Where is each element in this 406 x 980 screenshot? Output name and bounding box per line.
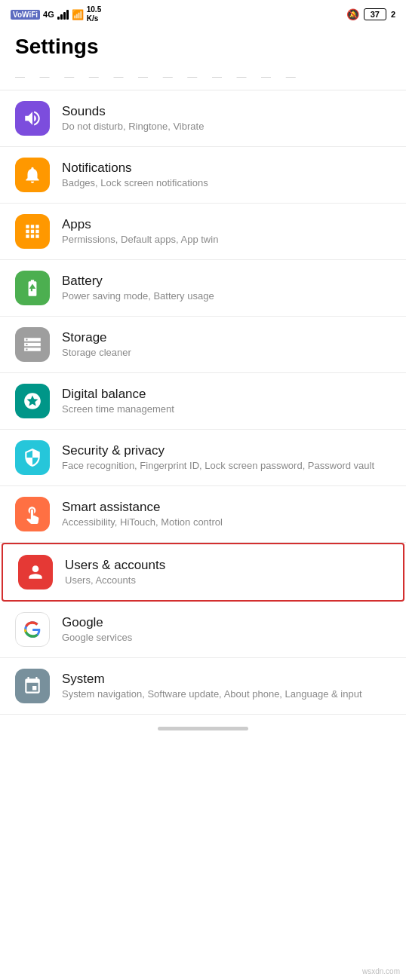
settings-item-sounds[interactable]: Sounds Do not disturb, Ringtone, Vibrate: [0, 90, 406, 147]
status-right: 🔕 37 2: [346, 8, 395, 20]
battery-text: Battery Power saving mode, Battery usage: [62, 274, 391, 303]
storage-icon-wrapper: [15, 327, 50, 362]
home-pill[interactable]: [158, 727, 248, 730]
partial-hint: — — — — — — — — — — — —: [0, 68, 406, 90]
google-icon-wrapper: [15, 612, 50, 647]
network-label: 4G: [43, 10, 54, 19]
status-left: VoWiFi 4G 📶 10.5K/s: [11, 5, 101, 23]
wifi-icon: 📶: [72, 9, 84, 20]
settings-item-battery[interactable]: Battery Power saving mode, Battery usage: [0, 260, 406, 317]
battery-level: 37: [371, 10, 380, 19]
home-indicator: [0, 715, 406, 738]
settings-item-storage[interactable]: Storage Storage cleaner: [0, 317, 406, 373]
users-accounts-text: Users & accounts Users, Accounts: [65, 558, 388, 587]
system-icon: [23, 676, 42, 696]
security-subtitle: Face recognition, Fingerprint ID, Lock s…: [62, 460, 391, 473]
settings-item-apps[interactable]: Apps Permissions, Default apps, App twin: [0, 204, 406, 260]
settings-item-notifications[interactable]: Notifications Badges, Lock screen notifi…: [0, 147, 406, 204]
google-icon: [23, 620, 42, 639]
system-subtitle: System navigation, Software update, Abou…: [62, 688, 391, 701]
digital-balance-text: Digital balance Screen time management: [62, 387, 391, 416]
security-title: Security & privacy: [62, 443, 391, 458]
security-text: Security & privacy Face recognition, Fin…: [62, 443, 391, 473]
users-accounts-title: Users & accounts: [65, 558, 388, 573]
sounds-icon: [23, 109, 42, 128]
notifications-title: Notifications: [62, 161, 391, 176]
notifications-icon: [23, 165, 42, 185]
settings-item-security-privacy[interactable]: Security & privacy Face recognition, Fin…: [0, 430, 406, 486]
digital-balance-icon-wrapper: [15, 384, 50, 418]
storage-icon: [23, 335, 42, 354]
apps-subtitle: Permissions, Default apps, App twin: [62, 234, 391, 247]
storage-title: Storage: [62, 330, 391, 345]
digital-balance-icon: [23, 391, 42, 411]
status-bar: VoWiFi 4G 📶 10.5K/s 🔕 37 2: [0, 0, 406, 27]
bell-icon: 🔕: [346, 8, 359, 20]
digital-balance-subtitle: Screen time management: [62, 403, 391, 416]
settings-item-google[interactable]: Google Google services: [0, 602, 406, 658]
apps-text: Apps Permissions, Default apps, App twin: [62, 217, 391, 247]
security-icon: [23, 448, 42, 467]
users-accounts-subtitle: Users, Accounts: [65, 574, 388, 587]
system-icon-wrapper: [15, 669, 50, 703]
apps-title: Apps: [62, 217, 391, 232]
settings-item-digital-balance[interactable]: Digital balance Screen time management: [0, 373, 406, 430]
battery-indicator: 37: [364, 8, 386, 20]
settings-item-system[interactable]: System System navigation, Software updat…: [0, 658, 406, 715]
battery-icon-wrapper: [15, 271, 50, 305]
storage-text: Storage Storage cleaner: [62, 330, 391, 360]
notifications-subtitle: Badges, Lock screen notifications: [62, 177, 391, 190]
users-accounts-icon-wrapper: [18, 555, 53, 590]
sounds-subtitle: Do not disturb, Ringtone, Vibrate: [62, 121, 391, 133]
notifications-icon-wrapper: [15, 158, 50, 192]
smart-assistance-text: Smart assistance Accessibility, HiTouch,…: [62, 500, 391, 529]
sounds-text: Sounds Do not disturb, Ringtone, Vibrate: [62, 104, 391, 133]
smart-assistance-icon: [23, 504, 42, 524]
smart-assistance-title: Smart assistance: [62, 500, 391, 515]
battery-icon: [23, 278, 42, 298]
google-text: Google Google services: [62, 615, 391, 645]
battery-subtitle: Power saving mode, Battery usage: [62, 290, 391, 303]
storage-subtitle: Storage cleaner: [62, 347, 391, 360]
sounds-title: Sounds: [62, 104, 391, 119]
smart-assistance-icon-wrapper: [15, 497, 50, 531]
speed-label: 10.5K/s: [87, 5, 101, 23]
system-title: System: [62, 672, 391, 687]
settings-item-smart-assistance[interactable]: Smart assistance Accessibility, HiTouch,…: [0, 486, 406, 543]
users-accounts-icon: [26, 562, 45, 582]
battery-title: Battery: [62, 274, 391, 289]
apps-icon-wrapper: [15, 214, 50, 249]
settings-item-users-accounts[interactable]: Users & accounts Users, Accounts: [2, 543, 404, 602]
google-subtitle: Google services: [62, 632, 391, 645]
google-title: Google: [62, 615, 391, 630]
smart-assistance-subtitle: Accessibility, HiTouch, Motion control: [62, 516, 391, 529]
sim-label: 2: [391, 10, 395, 19]
security-icon-wrapper: [15, 440, 50, 475]
system-text: System System navigation, Software updat…: [62, 672, 391, 701]
digital-balance-title: Digital balance: [62, 387, 391, 402]
apps-icon: [23, 222, 42, 241]
watermark: wsxdn.com: [362, 967, 400, 975]
page-title: Settings: [0, 27, 406, 68]
notifications-text: Notifications Badges, Lock screen notifi…: [62, 161, 391, 190]
settings-list: Sounds Do not disturb, Ringtone, Vibrate…: [0, 90, 406, 715]
sounds-icon-wrapper: [15, 101, 50, 136]
vowifi-label: VoWiFi: [11, 10, 40, 20]
signal-bars: [57, 9, 69, 20]
